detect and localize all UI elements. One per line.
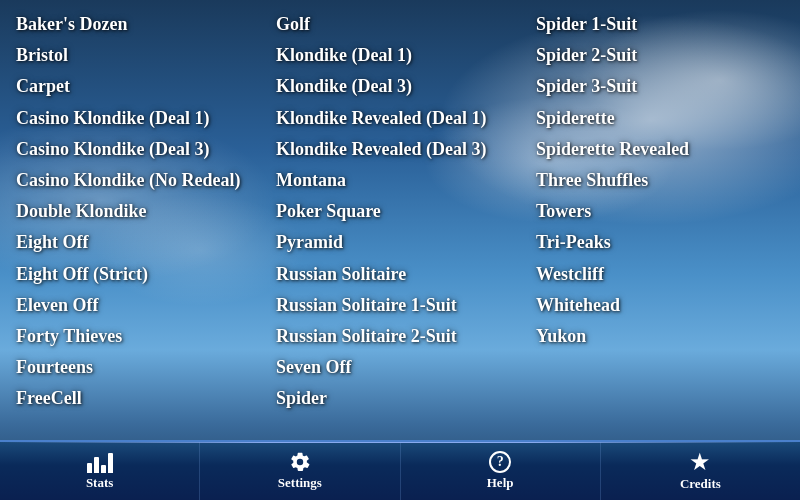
game-item[interactable]: Westcliff [530,260,790,289]
game-item[interactable]: Klondike (Deal 1) [270,41,530,70]
bar4 [108,453,113,473]
game-item[interactable]: Golf [270,10,530,39]
game-item[interactable]: Klondike Revealed (Deal 3) [270,135,530,164]
game-item[interactable]: Seven Off [270,353,530,382]
bar1 [87,463,92,473]
game-item[interactable]: Russian Solitaire [270,260,530,289]
toolbar: Stats Settings ? Help ★ Credits [0,440,800,500]
help-tab[interactable]: ? Help [401,442,601,500]
game-item[interactable]: Eleven Off [10,291,270,320]
game-item[interactable]: Forty Thieves [10,322,270,351]
game-column-1: Baker's DozenBristolCarpetCasino Klondik… [10,10,270,435]
bar2 [94,457,99,473]
bar3 [101,465,106,473]
game-item[interactable]: Eight Off [10,228,270,257]
game-item[interactable]: Russian Solitaire 1-Suit [270,291,530,320]
game-item[interactable]: FreeCell [10,384,270,413]
settings-label: Settings [278,475,322,491]
game-item[interactable]: Yukon [530,322,790,351]
game-item[interactable]: Casino Klondike (Deal 3) [10,135,270,164]
credits-label: Credits [680,476,721,492]
game-item[interactable]: Casino Klondike (No Redeal) [10,166,270,195]
game-item[interactable]: Spiderette [530,104,790,133]
game-item[interactable]: Casino Klondike (Deal 1) [10,104,270,133]
star-icon: ★ [689,450,711,474]
game-item[interactable]: Three Shuffles [530,166,790,195]
game-item[interactable]: Eight Off (Strict) [10,260,270,289]
help-icon: ? [489,451,511,473]
game-item[interactable]: Baker's Dozen [10,10,270,39]
game-item[interactable]: Spider [270,384,530,413]
game-item[interactable]: Pyramid [270,228,530,257]
game-column-2: GolfKlondike (Deal 1)Klondike (Deal 3)Kl… [270,10,530,435]
credits-tab[interactable]: ★ Credits [601,442,800,500]
game-item[interactable]: Tri-Peaks [530,228,790,257]
game-item[interactable]: Klondike (Deal 3) [270,72,530,101]
game-item[interactable]: Spider 2-Suit [530,41,790,70]
stats-tab[interactable]: Stats [0,442,200,500]
stats-icon [87,451,113,473]
game-list-container: Baker's DozenBristolCarpetCasino Klondik… [0,0,800,440]
game-item[interactable]: Montana [270,166,530,195]
game-item[interactable]: Bristol [10,41,270,70]
game-item[interactable]: Towers [530,197,790,226]
settings-tab[interactable]: Settings [200,442,400,500]
game-item[interactable]: Spider 1-Suit [530,10,790,39]
game-item[interactable]: Poker Square [270,197,530,226]
game-column-3: Spider 1-SuitSpider 2-SuitSpider 3-SuitS… [530,10,790,435]
game-item[interactable]: Russian Solitaire 2-Suit [270,322,530,351]
stats-label: Stats [86,475,113,491]
game-item[interactable]: Carpet [10,72,270,101]
game-item[interactable]: Fourteens [10,353,270,382]
game-item[interactable]: Double Klondike [10,197,270,226]
game-item[interactable]: Klondike Revealed (Deal 1) [270,104,530,133]
help-label: Help [487,475,514,491]
game-item[interactable]: Spider 3-Suit [530,72,790,101]
gear-icon [289,451,311,473]
game-item[interactable]: Whitehead [530,291,790,320]
game-item[interactable]: Spiderette Revealed [530,135,790,164]
